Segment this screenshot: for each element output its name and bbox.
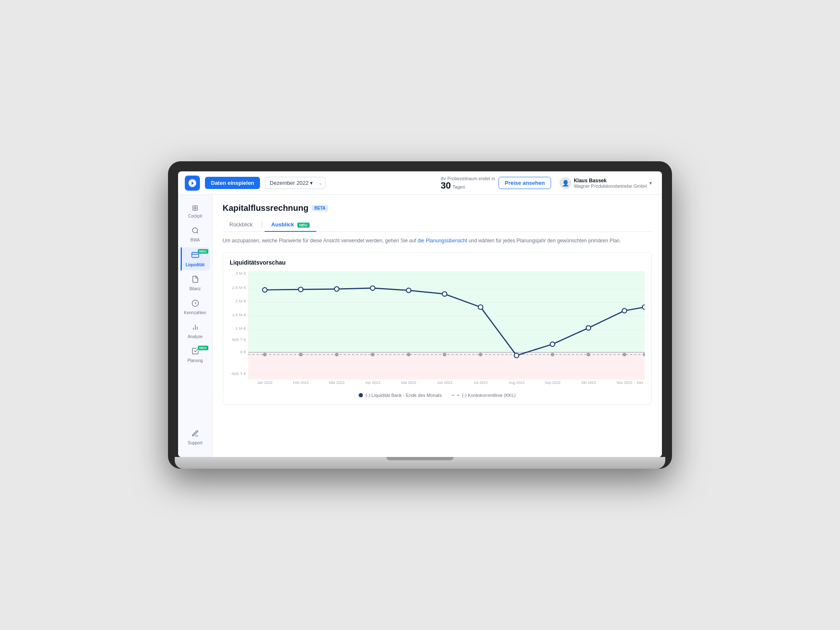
pricing-button[interactable]: Preise ansehen (499, 177, 551, 189)
legend-kkl: (-) Kontokorrentlinie (KKL) (452, 393, 516, 398)
tab-ausblick[interactable]: Ausblick NEU (265, 218, 316, 232)
ausblick-new-badge: NEU (297, 223, 310, 228)
sidebar: ⊞ Cockpit BWA NEU (178, 195, 213, 457)
legend-kkl-line (452, 395, 459, 396)
liquiditaet-neu-badge: NEU (198, 249, 208, 254)
svg-point-43 (479, 353, 483, 357)
svg-point-58 (586, 326, 591, 330)
svg-text:Jul 2023: Jul 2023 (474, 381, 488, 385)
tab-divider: | (260, 221, 265, 228)
svg-text:Mai 2023: Mai 2023 (401, 381, 416, 385)
legend-liquiditaet: (-) Liquidität Bank - Ende des Monats (359, 393, 442, 398)
svg-point-55 (478, 305, 483, 310)
svg-point-54 (442, 292, 447, 297)
svg-text:Okt 2023: Okt 2023 (581, 381, 596, 385)
period-dropdown[interactable]: Dezember 2022 ▾ (265, 177, 326, 189)
svg-rect-1 (192, 252, 199, 257)
legend-kkl-label: (-) Kontokorrentlinie (KKL) (462, 393, 516, 398)
svg-text:Nov 2023: Nov 2023 (617, 381, 633, 385)
sidebar-label-analyse: Analyse (188, 334, 203, 339)
chart-svg: 3 M € 2.5 M € 2 M € 1.5 M € 1 M € 500 T … (230, 271, 645, 388)
legend-liquiditaet-dot (359, 393, 363, 397)
svg-text:1.5 M €: 1.5 M € (232, 312, 246, 317)
sidebar-label-kennzahlen: Kennzahlen (184, 310, 206, 315)
svg-text:2 M €: 2 M € (236, 299, 246, 303)
svg-point-45 (551, 353, 554, 357)
sidebar-support-button[interactable]: Support (181, 426, 210, 449)
svg-point-59 (622, 308, 627, 313)
sidebar-item-planung[interactable]: NEU Planung (181, 344, 210, 366)
svg-text:Jun 2023: Jun 2023 (437, 381, 452, 385)
user-menu[interactable]: 👤 Klaus Bassek Wagner Produktionsbetrieb… (556, 176, 655, 191)
svg-point-56 (514, 353, 519, 358)
period-dropdown-wrapper: Dezember 2022 ▾ (265, 177, 326, 189)
svg-point-46 (587, 353, 591, 357)
svg-point-37 (263, 353, 267, 357)
tabs-row: Rückblick | Ausblick NEU (223, 218, 652, 232)
trial-notice: Ihr Probezeitraum endet in 30 Tagen Prei… (441, 176, 551, 190)
content-area: Kapitalflussrechnung BETA Rückblick | Au… (213, 195, 662, 457)
legend-liquiditaet-label: (-) Liquidität Bank - Ende des Monats (365, 393, 442, 398)
svg-text:Aug 2023: Aug 2023 (509, 381, 525, 385)
main-content: ⊞ Cockpit BWA NEU (178, 195, 662, 457)
svg-point-41 (407, 353, 411, 357)
sidebar-label-support: Support (188, 441, 202, 445)
sidebar-label-bilanz: Bilanz (189, 286, 201, 291)
svg-text:Mär 2023: Mär 2023 (329, 381, 344, 385)
user-company-text: Wagner Produktionsbetriebe GmbH (574, 184, 647, 189)
chart-area: 3 M € 2.5 M € 2 M € 1.5 M € 1 M € 500 T … (230, 271, 645, 388)
svg-point-57 (550, 342, 555, 346)
svg-rect-7 (248, 352, 645, 380)
trial-text: Ihr Probezeitraum endet in 30 Tagen (441, 176, 495, 190)
svg-text:1 M €: 1 M € (236, 326, 246, 331)
svg-point-47 (622, 353, 626, 357)
sidebar-item-analyse[interactable]: Analyse (181, 320, 210, 342)
cockpit-icon: ⊞ (192, 203, 198, 213)
page-title: Kapitalflussrechnung (223, 203, 308, 213)
sidebar-label-planung: Planung (187, 358, 203, 363)
user-avatar-icon: 👤 (559, 177, 571, 189)
svg-text:2.5 M €: 2.5 M € (232, 285, 246, 290)
sidebar-item-liquiditaet[interactable]: NEU Liquidität (181, 247, 210, 270)
sidebar-label-bwa: BWA (190, 238, 200, 242)
data-import-button[interactable]: Daten einspielen (205, 177, 260, 189)
svg-point-50 (299, 287, 303, 292)
svg-point-38 (299, 353, 303, 357)
bilanz-icon (192, 276, 199, 285)
topbar: Daten einspielen Dezember 2022 ▾ Ihr Pro… (178, 171, 662, 195)
svg-point-53 (406, 288, 411, 293)
planung-neu-badge: NEU (198, 346, 208, 350)
svg-point-42 (443, 353, 446, 357)
svg-point-0 (192, 228, 197, 233)
sidebar-item-kennzahlen[interactable]: Kennzahlen (181, 296, 210, 318)
app-container: Daten einspielen Dezember 2022 ▾ Ihr Pro… (178, 171, 662, 457)
logo-button[interactable] (185, 176, 200, 191)
planning-overview-link[interactable]: die Planungsübersicht (417, 238, 467, 244)
laptop-frame: Daten einspielen Dezember 2022 ▾ Ihr Pro… (168, 161, 672, 469)
chart-legend: (-) Liquidität Bank - Ende des Monats (-… (230, 393, 645, 398)
sidebar-item-bilanz[interactable]: Bilanz (181, 272, 210, 294)
svg-text:Jan 2023: Jan 2023 (257, 381, 272, 385)
sidebar-item-bwa[interactable]: BWA (181, 223, 210, 246)
tab-rueckblick[interactable]: Rückblick (223, 218, 260, 232)
page-title-row: Kapitalflussrechnung BETA (223, 203, 652, 213)
svg-point-40 (371, 353, 375, 357)
user-menu-chevron-icon: ▾ (649, 180, 652, 186)
svg-text:Dez 2023: Dez 2023 (637, 381, 645, 385)
trial-suffix-text: Tagen (453, 184, 465, 189)
svg-text:Sep 2023: Sep 2023 (545, 381, 561, 385)
sidebar-item-cockpit[interactable]: ⊞ Cockpit (181, 200, 210, 222)
user-name-text: Klaus Bassek (574, 178, 647, 184)
chart-title: Liquiditätsvorschau (230, 259, 645, 266)
analyse-icon (192, 323, 199, 333)
svg-point-49 (262, 288, 267, 292)
svg-text:Apr 2023: Apr 2023 (365, 381, 381, 385)
info-text: Um anzupassen, welche Planwerte für dies… (223, 238, 652, 244)
svg-point-60 (643, 305, 645, 310)
svg-text:500 T €: 500 T € (232, 337, 246, 342)
svg-text:3 M €: 3 M € (236, 271, 246, 276)
svg-text:-500 T €: -500 T € (231, 371, 246, 376)
laptop-base (175, 457, 665, 469)
bwa-icon (192, 227, 199, 236)
beta-badge: BETA (312, 205, 328, 211)
